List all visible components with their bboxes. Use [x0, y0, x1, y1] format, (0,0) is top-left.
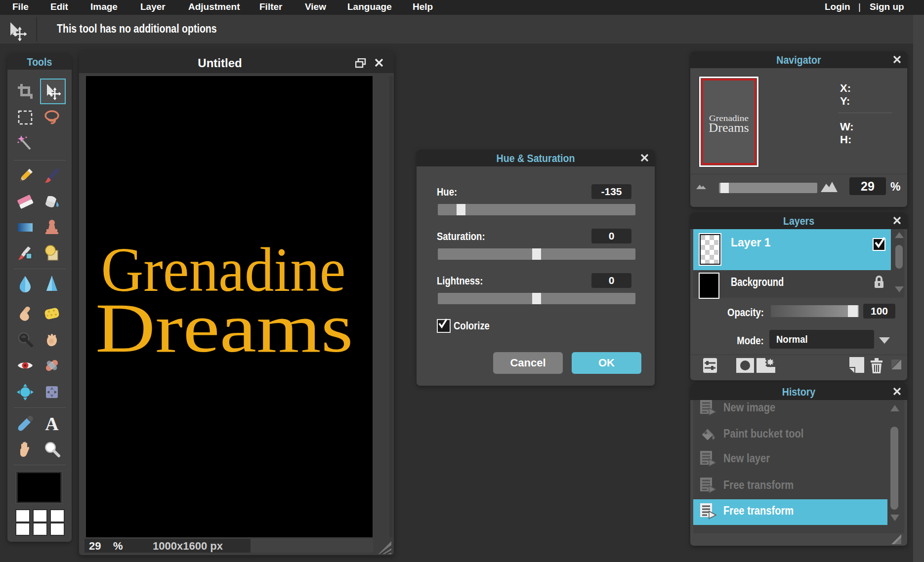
svg-text:A: A — [45, 415, 59, 433]
